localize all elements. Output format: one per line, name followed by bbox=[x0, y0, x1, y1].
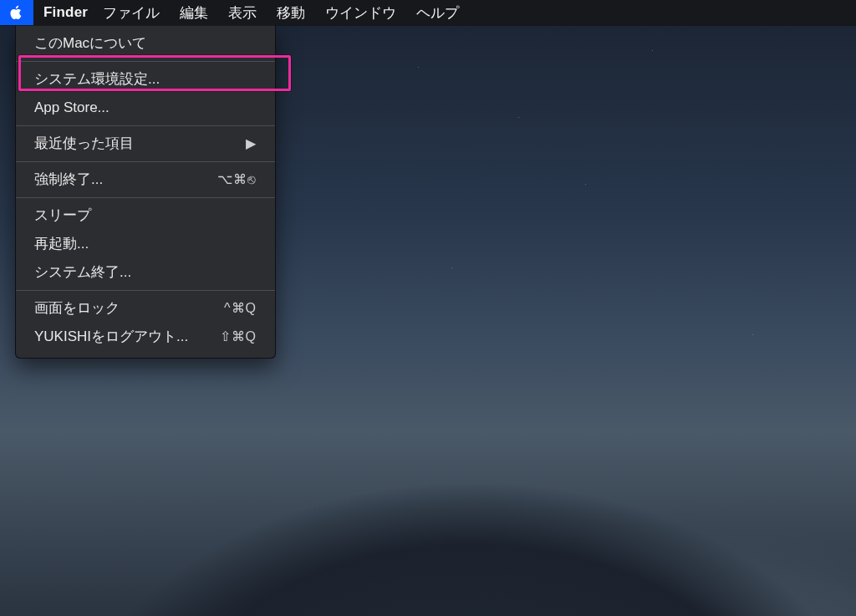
menu-divider bbox=[16, 290, 275, 291]
menu-item-label: 最近使った項目 bbox=[34, 135, 134, 153]
menu-divider bbox=[16, 61, 275, 62]
menu-lock-screen[interactable]: 画面をロック ^⌘Q bbox=[16, 294, 275, 323]
apple-menu-dropdown: このMacについて システム環境設定... App Store... 最近使った… bbox=[15, 25, 276, 359]
star-icon bbox=[418, 67, 419, 68]
menu-window[interactable]: ウインドウ bbox=[325, 3, 396, 23]
menu-file[interactable]: ファイル bbox=[103, 3, 160, 23]
apple-menu-button[interactable] bbox=[0, 0, 33, 25]
menu-about-this-mac[interactable]: このMacについて bbox=[16, 29, 275, 58]
menu-item-label: YUKISHIをログアウト... bbox=[34, 328, 188, 346]
menu-shortcut: ^⌘Q bbox=[224, 299, 257, 318]
menu-item-label: スリープ bbox=[34, 206, 91, 225]
menu-item-label: App Store... bbox=[34, 99, 110, 117]
menu-force-quit[interactable]: 強制終了... ⌥⌘⎋ bbox=[16, 165, 275, 194]
finder-label[interactable]: Finder bbox=[43, 4, 88, 21]
star-icon bbox=[652, 50, 653, 51]
menu-item-label: システム終了... bbox=[34, 263, 131, 282]
menu-recent-items[interactable]: 最近使った項目 ▶ bbox=[16, 130, 275, 158]
star-icon bbox=[518, 117, 519, 118]
menu-divider bbox=[16, 125, 275, 126]
menu-view[interactable]: 表示 bbox=[228, 3, 257, 23]
menu-help[interactable]: ヘルプ bbox=[416, 3, 459, 23]
star-icon bbox=[752, 334, 753, 335]
menu-item-label: 画面をロック bbox=[34, 299, 120, 318]
menu-edit[interactable]: 編集 bbox=[180, 3, 208, 23]
menu-shortcut: ⌥⌘⎋ bbox=[217, 171, 257, 189]
star-icon bbox=[451, 267, 452, 268]
menu-divider bbox=[16, 161, 275, 162]
menu-shortcut: ⇧⌘Q bbox=[220, 328, 257, 346]
menu-restart[interactable]: 再起動... bbox=[16, 230, 275, 258]
desktop-dune-shadow bbox=[104, 323, 856, 616]
menu-system-preferences[interactable]: システム環境設定... bbox=[16, 65, 275, 94]
submenu-arrow-icon: ▶ bbox=[246, 135, 257, 153]
menu-item-label: システム環境設定... bbox=[34, 70, 160, 89]
menu-divider bbox=[16, 197, 275, 198]
menu-shutdown[interactable]: システム終了... bbox=[16, 258, 275, 287]
apple-icon bbox=[9, 5, 24, 20]
menu-app-store[interactable]: App Store... bbox=[16, 94, 275, 122]
menu-sleep[interactable]: スリープ bbox=[16, 201, 275, 230]
menu-go[interactable]: 移動 bbox=[277, 3, 305, 23]
menu-item-label: このMacについて bbox=[34, 34, 146, 53]
menu-item-label: 強制終了... bbox=[34, 171, 103, 189]
menu-logout[interactable]: YUKISHIをログアウト... ⇧⌘Q bbox=[16, 323, 275, 351]
menubar: Finder ファイル 編集 表示 移動 ウインドウ ヘルプ bbox=[0, 0, 856, 25]
star-icon bbox=[585, 184, 586, 185]
menu-item-label: 再起動... bbox=[34, 235, 89, 253]
